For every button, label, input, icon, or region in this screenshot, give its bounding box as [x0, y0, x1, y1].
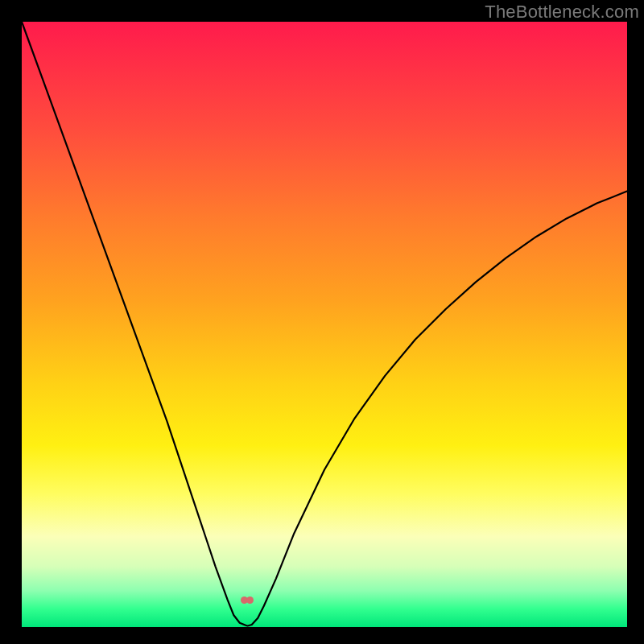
optimal-point-marker: [241, 595, 254, 605]
marker-dot: [246, 597, 254, 604]
chart-frame: TheBottleneck.com: [0, 0, 644, 644]
bottleneck-curve: [0, 0, 644, 644]
watermark-text: TheBottleneck.com: [485, 2, 639, 23]
